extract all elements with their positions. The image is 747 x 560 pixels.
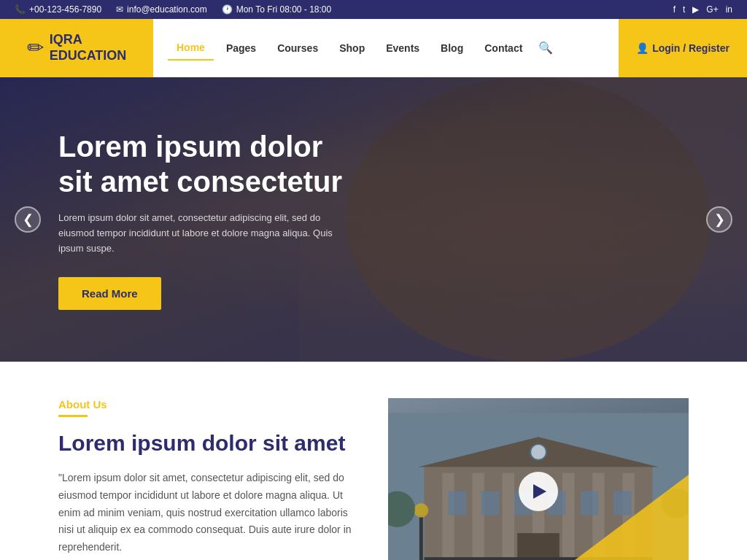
about-right-media [388,398,689,560]
nav-item-pages[interactable]: Pages [217,36,265,60]
nav-item-blog[interactable]: Blog [432,36,472,60]
social-links: f t ▶ G+ in [673,4,732,15]
about-left-content: About Us Lorem ipsum dolor sit amet "Lor… [58,398,359,560]
nav-menu: Home Pages Courses Shop Events Blog Cont… [168,36,531,61]
phone-icon: 📞 [15,4,26,15]
top-bar-contact: 📞 +00-123-456-7890 ✉ info@education.com … [15,4,331,15]
hours-info: 🕐 Mon To Fri 08:00 - 18:00 [222,4,332,15]
logo-line1: IQRA [50,32,127,48]
header: ✏ IQRA EDUCATION Home Pages Courses Shop… [0,19,747,77]
yellow-triangle-decoration [543,475,689,560]
about-title: Lorem ipsum dolor sit amet [58,430,359,456]
hero-title: Lorem ipsum dolor sit amet consectetur [58,129,343,199]
hero-prev-arrow[interactable]: ❮ [15,206,41,233]
top-bar: 📞 +00-123-456-7890 ✉ info@education.com … [0,0,747,19]
facebook-link[interactable]: f [673,4,676,15]
logo-text: IQRA EDUCATION [50,32,127,63]
hero-section: Lorem ipsum dolor sit amet consectetur L… [0,77,747,362]
read-more-button[interactable]: Read More [58,277,161,310]
hero-description: Lorem ipsum dolor sit amet, consectetur … [58,211,343,256]
googleplus-link[interactable]: G+ [706,4,718,15]
clock-icon: 🕐 [222,4,233,15]
main-nav: Home Pages Courses Shop Events Blog Cont… [153,19,619,77]
twitter-link[interactable]: t [683,4,685,15]
logo-line2: EDUCATION [50,48,127,64]
logo-area: ✏ IQRA EDUCATION [0,19,153,77]
about-image [388,398,689,560]
login-label: Login / Register [652,42,729,54]
about-label-underline [58,415,88,417]
phone-number: +00-123-456-7890 [29,4,101,15]
nav-item-events[interactable]: Events [377,36,428,60]
about-section-label: About Us [58,398,359,411]
nav-item-courses[interactable]: Courses [268,36,327,60]
phone-info: 📞 +00-123-456-7890 [15,4,101,15]
login-register-button[interactable]: 👤 Login / Register [619,19,747,77]
about-section: About Us Lorem ipsum dolor sit amet "Lor… [0,362,747,560]
about-description: "Lorem ipsum dolor sit amet, consectetur… [58,470,359,556]
email-info: ✉ info@education.com [116,4,207,15]
user-icon: 👤 [636,42,649,54]
search-icon[interactable]: 🔍 [538,41,553,55]
linkedin-link[interactable]: in [726,4,732,15]
email-icon: ✉ [116,4,123,15]
nav-item-contact[interactable]: Contact [476,36,531,60]
logo-icon: ✏ [27,36,44,60]
hours-text: Mon To Fri 08:00 - 18:00 [236,4,332,15]
nav-item-home[interactable]: Home [168,36,214,61]
email-address: info@education.com [127,4,207,15]
play-video-button[interactable] [519,472,558,511]
nav-item-shop[interactable]: Shop [330,36,374,60]
youtube-link[interactable]: ▶ [692,4,699,15]
hero-next-arrow[interactable]: ❯ [706,206,732,233]
hero-content: Lorem ipsum dolor sit amet consectetur L… [0,129,401,309]
